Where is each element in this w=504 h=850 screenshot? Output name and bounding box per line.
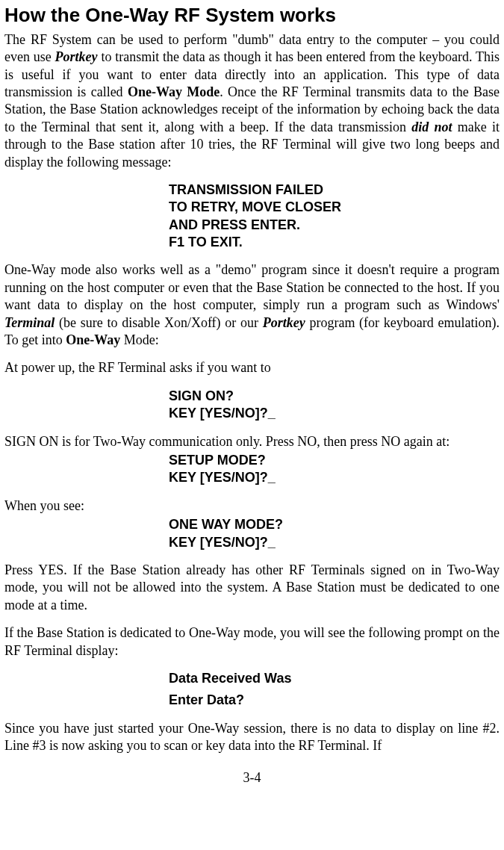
page-number: 3-4 <box>4 769 500 787</box>
oneway-mode-term: One-Way Mode <box>128 84 220 99</box>
prompt-line: KEY [YES/NO]?_ <box>169 469 500 486</box>
prompt-line: Data Received Was <box>169 670 500 687</box>
oneway-term: One-Way <box>66 332 120 347</box>
enter-data-prompt: Enter Data? <box>4 692 500 709</box>
paragraph-7: If the Base Station is dedicated to One-… <box>4 624 500 660</box>
prompt-line: KEY [YES/NO]?_ <box>169 405 500 422</box>
text: (be sure to disable Xon/Xoff) or our <box>55 315 262 330</box>
prompt-line: KEY [YES/NO]?_ <box>169 534 500 551</box>
paragraph-2: One-Way mode also works well as a "demo"… <box>4 261 500 349</box>
prompt-line: SETUP MODE? <box>169 452 500 469</box>
data-received-prompt: Data Received Was <box>4 670 500 687</box>
transmission-failed-prompt: TRANSMISSION FAILED TO RETRY, MOVE CLOSE… <box>4 182 500 252</box>
prompt-line: F1 TO EXIT. <box>169 234 500 251</box>
prompt-line: SIGN ON? <box>169 388 500 405</box>
paragraph-3: At power up, the RF Terminal asks if you… <box>4 359 500 376</box>
paragraph-8: Since you have just started your One-Way… <box>4 720 500 755</box>
page-title: How the One-Way RF System works <box>4 3 500 28</box>
prompt-line: TRANSMISSION FAILED <box>169 182 500 199</box>
portkey-term: Portkey <box>263 315 305 330</box>
paragraph-1: The RF System can be used to perform "du… <box>4 31 500 171</box>
portkey-term: Portkey <box>55 49 98 64</box>
terminal-term: Terminal <box>4 315 55 330</box>
paragraph-4: SIGN ON is for Two-Way communication onl… <box>4 433 500 450</box>
prompt-line: ONE WAY MODE? <box>169 516 500 533</box>
prompt-line: AND PRESS ENTER. <box>169 217 500 234</box>
text: One-Way mode also works well as a "demo"… <box>4 262 500 312</box>
paragraph-5: When you see: <box>4 497 500 515</box>
did-not-term: did not <box>411 120 452 134</box>
paragraph-6: Press YES. If the Base Station already h… <box>4 562 500 614</box>
setup-mode-prompt: SETUP MODE? KEY [YES/NO]?_ <box>4 452 500 487</box>
prompt-line: Enter Data? <box>169 692 500 709</box>
one-way-mode-prompt: ONE WAY MODE? KEY [YES/NO]?_ <box>4 516 500 551</box>
sign-on-prompt: SIGN ON? KEY [YES/NO]?_ <box>4 388 500 423</box>
prompt-line: TO RETRY, MOVE CLOSER <box>169 199 500 216</box>
text: Mode: <box>120 332 159 347</box>
